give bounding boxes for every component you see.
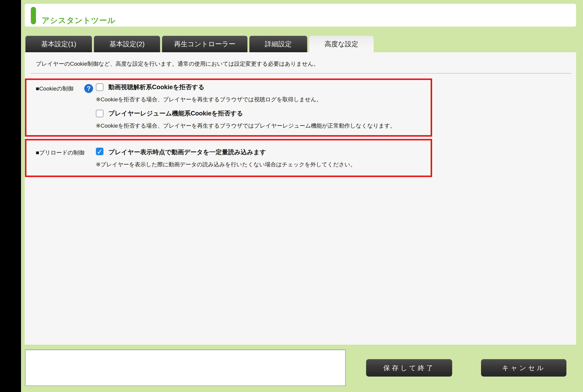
tab-detailed-settings[interactable]: 詳細設定 xyxy=(249,36,307,52)
tab-playback-controller[interactable]: 再生コントローラー xyxy=(162,36,247,52)
cookie-section-label: ■Cookieの制御 xyxy=(36,85,73,92)
divider-line xyxy=(30,73,571,74)
cancel-button[interactable]: キャンセル xyxy=(481,359,567,376)
title-bar: アシスタントツール xyxy=(25,4,576,26)
page-title: アシスタントツール xyxy=(42,9,116,32)
save-button[interactable]: 保存して終了 xyxy=(366,359,452,376)
tab-basic-settings-2[interactable]: 基本設定(2) xyxy=(94,36,160,52)
content-panel: プレイヤーのCookie制御など、高度な設定を行います。通常の使用においては設定… xyxy=(25,52,576,345)
tab-advanced-settings[interactable]: 高度な設定 xyxy=(309,36,374,52)
tab-description: プレイヤーのCookie制御など、高度な設定を行います。通常の使用においては設定… xyxy=(36,60,319,68)
preload-control-section: ■プリロードの制御 ✓ プレイヤー表示時点で動画データを一定量読み込みます ※プ… xyxy=(25,139,432,177)
analytics-cookie-note: ※Cookieを拒否する場合、プレイヤーを再生するブラウザでは視聴ログを取得しま… xyxy=(96,96,322,103)
preload-note: ※プレイヤーを表示した際に動画データの読み込みを行いたくない場合はチェックを外し… xyxy=(96,161,356,168)
preload-section-label: ■プリロードの制御 xyxy=(36,149,84,156)
page: アシスタントツール 基本設定(1) 基本設定(2) 再生コントローラー 詳細設定… xyxy=(0,0,583,392)
checkbox-reject-analytics-cookie-label[interactable]: 動画視聴解析系Cookieを拒否する xyxy=(108,83,204,91)
checkbox-preload-label[interactable]: プレイヤー表示時点で動画データを一定量読み込みます xyxy=(108,148,266,156)
checkbox-reject-resume-cookie[interactable] xyxy=(96,110,103,117)
checkbox-reject-resume-cookie-label[interactable]: プレイヤーレジューム機能系Cookieを拒否する xyxy=(108,109,243,118)
left-black-strip xyxy=(0,0,21,392)
checkbox-reject-analytics-cookie[interactable] xyxy=(96,84,103,91)
cookie-control-section: ■Cookieの制御 ? 動画視聴解析系Cookieを拒否する ※Cookieを… xyxy=(25,78,432,137)
resume-cookie-note: ※Cookieを拒否する場合、プレイヤーを再生するブラウザではプレイヤーレジュー… xyxy=(96,122,396,130)
checkbox-preload-enabled[interactable]: ✓ xyxy=(96,148,103,155)
tab-basic-settings-1[interactable]: 基本設定(1) xyxy=(25,36,92,52)
title-accent-bar xyxy=(31,7,36,24)
bottom-panel xyxy=(25,350,346,386)
help-icon[interactable]: ? xyxy=(84,84,93,93)
tab-bar: 基本設定(1) 基本設定(2) 再生コントローラー 詳細設定 高度な設定 xyxy=(25,36,374,52)
